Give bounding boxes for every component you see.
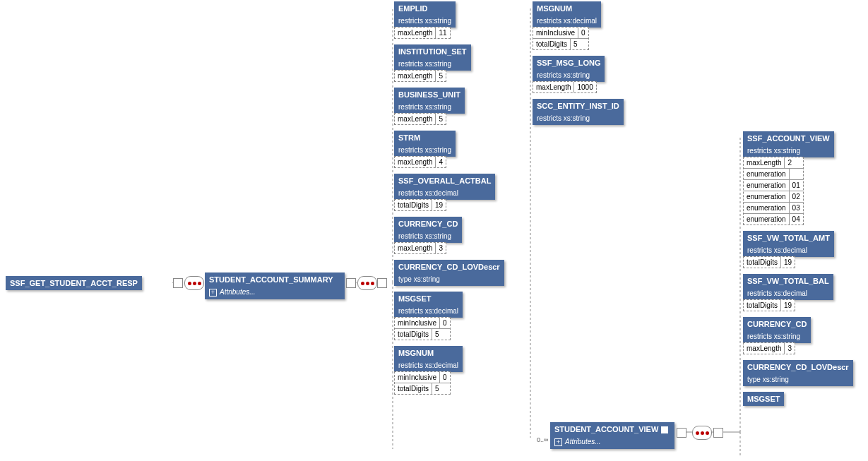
col1-overall_actbal-title: SSF_OVERALL_ACTBAL xyxy=(394,174,495,188)
col2-ssf_msg_long-restricts: restricts xs:string xyxy=(533,70,605,82)
col2-ssf_msg_long-facets: maxLength1000 xyxy=(533,81,597,93)
col3-currency_cd[interactable]: CURRENCY_CDrestricts xs:string xyxy=(743,317,811,343)
facet-row: maxLength3 xyxy=(395,243,446,253)
sequence-pod-1[interactable] xyxy=(184,276,204,290)
summary-label: STUDENT_ACCOUNT_SUMMARY xyxy=(205,273,345,287)
facet-value: 5 xyxy=(571,39,581,49)
root-element[interactable]: SSF_GET_STUDENT_ACCT_RESP xyxy=(6,276,142,290)
facet-row: maxLength3 xyxy=(744,343,795,354)
col2-ssf_msg_long[interactable]: SSF_MSG_LONGrestricts xs:string xyxy=(533,56,605,82)
col1-institution_set-facets: maxLength5 xyxy=(394,70,446,82)
col1-msgset-title: MSGSET xyxy=(394,292,463,306)
facet-row: enumeration04 xyxy=(744,214,803,224)
facet-value: 5 xyxy=(432,329,442,340)
plus-icon[interactable]: + xyxy=(209,289,217,297)
view-handle[interactable] xyxy=(677,428,686,438)
col1-strm[interactable]: STRMrestricts xs:string xyxy=(394,131,456,157)
col1-msgset[interactable]: MSGSETrestricts xs:decimal xyxy=(394,292,463,318)
facet-value: 19 xyxy=(781,257,795,268)
col1-institution_set[interactable]: INSTITUTION_SETrestricts xs:string xyxy=(394,44,471,71)
col3-currency_cd-facets: maxLength3 xyxy=(743,342,795,354)
facet-value xyxy=(790,169,795,179)
col3-msgset-title: MSGSET xyxy=(743,392,784,406)
facet-key: minInclusive xyxy=(395,372,440,383)
facet-row: maxLength5 xyxy=(395,71,446,81)
col3-vw_total_bal-facets: totalDigits19 xyxy=(743,299,795,311)
col1-institution_set-restricts: restricts xs:string xyxy=(394,59,471,71)
sequence-pod-2[interactable] xyxy=(357,276,377,290)
col3-account_view[interactable]: SSF_ACCOUNT_VIEWrestricts xs:string xyxy=(743,131,834,157)
col1-overall_actbal[interactable]: SSF_OVERALL_ACTBALrestricts xs:decimal xyxy=(394,174,495,200)
view-multiplicity: 0..∞ xyxy=(537,436,548,443)
col3-currency_lov-title: CURRENCY_CD_LOVDescr xyxy=(743,360,853,374)
col3-account_view-restricts: restricts xs:string xyxy=(743,145,834,157)
col1-msgset-facets: minInclusive0totalDigits5 xyxy=(394,317,451,340)
facet-key: maxLength xyxy=(395,28,436,38)
col1-currency_lov[interactable]: CURRENCY_CD_LOVDescrtype xs:string xyxy=(394,260,504,286)
facet-key: totalDigits xyxy=(533,39,571,49)
facet-key: minInclusive xyxy=(395,318,440,328)
facet-value: 19 xyxy=(781,300,795,311)
facet-key: totalDigits xyxy=(395,383,432,394)
col2-group: MSGNUMrestricts xs:decimalminInclusive0t… xyxy=(533,1,624,131)
col2-entity_id-restricts: restricts xs:string xyxy=(533,113,624,125)
facet-row: minInclusive0 xyxy=(395,372,450,383)
summary-handle[interactable] xyxy=(346,278,356,288)
col3-account_view-title: SSF_ACCOUNT_VIEW xyxy=(743,131,834,145)
col3-msgset[interactable]: MSGSET xyxy=(743,392,784,406)
col1-business_unit[interactable]: BUSINESS_UNITrestricts xs:string xyxy=(394,88,465,114)
col1-currency_cd-facets: maxLength3 xyxy=(394,242,446,254)
facet-row: totalDigits5 xyxy=(533,39,588,49)
facet-key: maxLength xyxy=(533,82,574,92)
facet-row: maxLength4 xyxy=(395,157,446,167)
col3-account_view-facets: maxLength2enumerationenumeration01enumer… xyxy=(743,157,804,225)
facet-key: enumeration xyxy=(744,169,790,179)
facet-key: maxLength xyxy=(395,243,436,253)
col3-vw_total_bal[interactable]: SSF_VW_TOTAL_BALrestricts xs:decimal xyxy=(743,274,833,300)
col1-currency_cd-restricts: restricts xs:string xyxy=(394,231,462,243)
facet-value: 11 xyxy=(436,28,449,38)
facet-value: 19 xyxy=(432,200,446,210)
facet-key: minInclusive xyxy=(533,28,578,38)
sequence-pod-3[interactable] xyxy=(692,426,712,440)
col1-currency_cd-title: CURRENCY_CD xyxy=(394,217,462,231)
col3-vw_total_bal-restricts: restricts xs:decimal xyxy=(743,288,833,300)
facet-row: totalDigits19 xyxy=(744,300,795,311)
col1-currency_cd[interactable]: CURRENCY_CDrestricts xs:string xyxy=(394,217,462,243)
col1-msgnum-restricts: restricts xs:decimal xyxy=(394,360,463,372)
col2-msgnum-restricts: restricts xs:decimal xyxy=(533,16,601,28)
facet-key: enumeration xyxy=(744,214,790,224)
plus-icon[interactable]: + xyxy=(554,438,562,446)
col3-vw_total_amt[interactable]: SSF_VW_TOTAL_AMTrestricts xs:decimal xyxy=(743,231,834,257)
col3-currency_lov[interactable]: CURRENCY_CD_LOVDescrtype xs:string xyxy=(743,360,853,386)
col1-institution_set-title: INSTITUTION_SET xyxy=(394,44,471,59)
facet-row: totalDigits19 xyxy=(395,200,446,210)
facet-key: enumeration xyxy=(744,203,790,213)
col2-entity_id[interactable]: SCC_ENTITY_INST_IDrestricts xs:string xyxy=(533,99,624,125)
root-handle[interactable] xyxy=(173,278,183,288)
facet-key: totalDigits xyxy=(744,300,781,311)
student-account-summary[interactable]: STUDENT_ACCOUNT_SUMMARY +Attributes... xyxy=(205,273,345,299)
facet-row: enumeration xyxy=(744,169,803,180)
col1-msgnum[interactable]: MSGNUMrestricts xs:decimal xyxy=(394,346,463,372)
col2-ssf_msg_long-title: SSF_MSG_LONG xyxy=(533,56,605,70)
col1-currency_lov-restricts: type xs:string xyxy=(394,274,504,286)
col3-vw_total_amt-title: SSF_VW_TOTAL_AMT xyxy=(743,231,834,245)
facet-value: 5 xyxy=(432,383,442,394)
facet-value: 3 xyxy=(785,343,795,354)
facet-row: totalDigits5 xyxy=(395,329,450,340)
col1-emplid[interactable]: EMPLIDrestricts xs:string xyxy=(394,1,456,28)
view-attributes: Attributes... xyxy=(565,438,601,445)
facet-key: maxLength xyxy=(395,71,436,81)
col2-msgnum[interactable]: MSGNUMrestricts xs:decimal xyxy=(533,1,601,28)
view-collapse[interactable] xyxy=(713,428,723,438)
facet-key: maxLength xyxy=(395,157,436,167)
col1-emplid-facets: maxLength11 xyxy=(394,27,451,39)
col1-strm-title: STRM xyxy=(394,131,456,145)
col1-strm-restricts: restricts xs:string xyxy=(394,145,456,157)
facet-value: 0 xyxy=(440,318,450,328)
facet-key: enumeration xyxy=(744,180,790,191)
link-icon xyxy=(661,426,668,433)
summary-collapse[interactable] xyxy=(377,278,387,288)
student-account-view[interactable]: STUDENT_ACCOUNT_VIEW +Attributes... xyxy=(550,422,674,449)
